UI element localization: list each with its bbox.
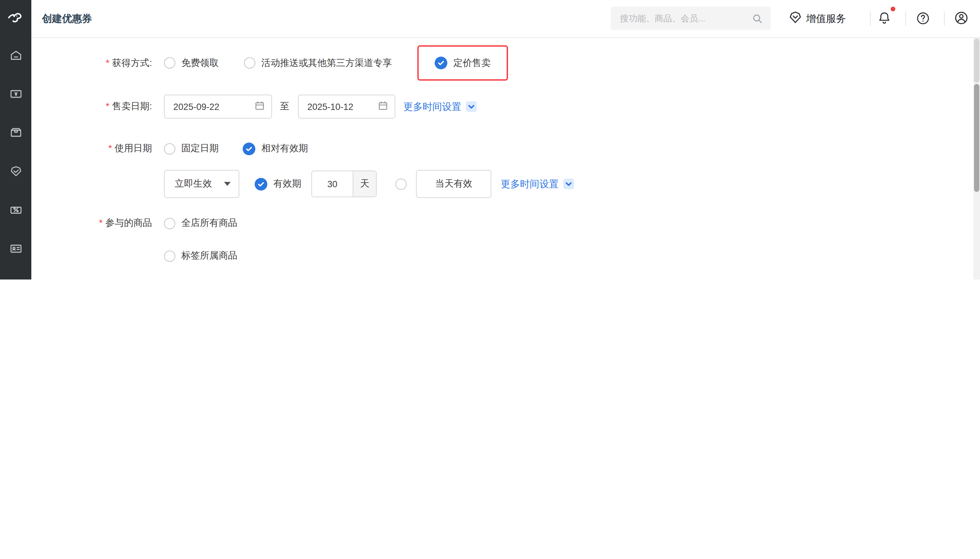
banknote-yen-icon: [9, 87, 22, 103]
sidebar-item-member-card[interactable]: [0, 230, 32, 269]
date-range-to: 至: [280, 101, 289, 112]
use-date-row: *使用日期 固定日期 相对有效期: [0, 141, 980, 156]
required-asterisk: *: [108, 142, 112, 153]
radio-circle[interactable]: [164, 218, 175, 229]
search-icon[interactable]: [752, 13, 763, 24]
ticket-percent-icon: [9, 203, 22, 219]
scrollbar-thumb-inner[interactable]: [974, 84, 979, 192]
radio-validity-period[interactable]: 有效期: [255, 177, 301, 190]
calendar-icon[interactable]: [378, 101, 388, 112]
radio-circle[interactable]: [164, 143, 175, 154]
participating-products-row: *参与的商品 全店所有商品: [0, 216, 980, 230]
sidebar: [0, 0, 32, 280]
search-input[interactable]: [611, 13, 744, 23]
same-day-valid-box[interactable]: 当天有效: [416, 170, 491, 198]
app-window: 创建优惠券 增值服务 *获得方式: 免费领取 活动推送或其他第三方渠道专享: [0, 0, 980, 280]
radio-circle[interactable]: [164, 250, 175, 261]
value-added-services-label: 增值服务: [806, 12, 846, 25]
calendar-icon[interactable]: [255, 101, 265, 112]
radio-tag-products[interactable]: 标签所属商品: [164, 250, 237, 262]
header-divider: [905, 12, 906, 26]
sidebar-item-membership[interactable]: [0, 153, 32, 192]
sidebar-item-sales-chart[interactable]: [0, 269, 32, 280]
global-search: [611, 7, 771, 30]
chevron-down-icon[interactable]: [466, 101, 477, 112]
required-asterisk: *: [106, 57, 109, 68]
more-time-settings-link[interactable]: 更多时间设置: [403, 100, 461, 113]
sale-end-date-picker[interactable]: [298, 94, 395, 119]
package-icon: [9, 126, 22, 142]
account-avatar-button[interactable]: [954, 11, 968, 28]
days-unit-suffix: 天: [353, 171, 376, 197]
help-button[interactable]: [916, 12, 930, 28]
brand-logo-icon: [7, 9, 25, 26]
validity-days-input[interactable]: [312, 171, 353, 197]
effective-time-dropdown[interactable]: 立即生效: [164, 170, 239, 198]
radio-fixed-price-sale[interactable]: 定价售卖: [434, 57, 491, 69]
caret-down-icon: [224, 182, 230, 186]
required-asterisk: *: [99, 217, 103, 228]
notification-dot: [890, 7, 895, 12]
sale-start-date-input[interactable]: [173, 102, 255, 112]
scrollbar-thumb-outer[interactable]: [974, 39, 979, 83]
radio-circle[interactable]: [244, 57, 255, 69]
page-title: 创建优惠券: [42, 0, 92, 37]
radio-activity-push[interactable]: 活动推送或其他第三方渠道专享: [244, 57, 392, 69]
validity-settings-row: 立即生效 有效期 天 当天有效 更多时间设置: [0, 170, 980, 198]
radio-checked-icon[interactable]: [434, 57, 447, 69]
chevron-down-icon[interactable]: [563, 179, 574, 189]
sidebar-item-finance[interactable]: [0, 76, 32, 114]
acquire-method-row: *获得方式: 免费领取 活动推送或其他第三方渠道专享 定价售卖: [0, 44, 980, 82]
validity-days-group: 天: [311, 170, 376, 197]
radio-all-products[interactable]: 全店所有商品: [164, 217, 237, 229]
radio-circle[interactable]: [164, 57, 175, 69]
radio-same-day-valid[interactable]: [395, 178, 407, 190]
sidebar-item-home[interactable]: [0, 37, 32, 76]
radio-free-claim[interactable]: 免费领取: [164, 57, 219, 69]
header-divider: [944, 12, 945, 26]
badge-check-icon: [9, 165, 22, 180]
scrollbar-track[interactable]: [973, 38, 980, 280]
value-added-services-button[interactable]: 增值服务: [789, 0, 846, 37]
home-icon: [9, 49, 22, 64]
radio-relative-validity[interactable]: 相对有效期: [243, 142, 308, 155]
radio-checked-icon[interactable]: [243, 142, 255, 155]
sale-end-date-input[interactable]: [307, 102, 378, 112]
required-asterisk: *: [106, 101, 109, 111]
highlight-box-acquire: 定价售卖: [417, 45, 508, 81]
sidebar-item-coupon[interactable]: [0, 192, 32, 230]
top-bar: 创建优惠券 增值服务: [32, 0, 980, 38]
more-time-settings-link[interactable]: 更多时间设置: [501, 177, 559, 190]
sale-start-date-picker[interactable]: [164, 94, 272, 119]
tag-products-row: 标签所属商品: [0, 248, 980, 263]
radio-fixed-date[interactable]: 固定日期: [164, 142, 219, 155]
sale-date-row: *售卖日期: 至 更多时间设置: [0, 94, 980, 119]
header-divider: [870, 12, 871, 26]
id-card-icon: [9, 242, 22, 258]
sidebar-nav: [0, 37, 32, 280]
radio-checked-icon[interactable]: [255, 177, 267, 190]
diamond-badge-icon: [789, 11, 802, 26]
sidebar-item-products[interactable]: [0, 114, 32, 153]
notifications-button[interactable]: [877, 11, 891, 28]
